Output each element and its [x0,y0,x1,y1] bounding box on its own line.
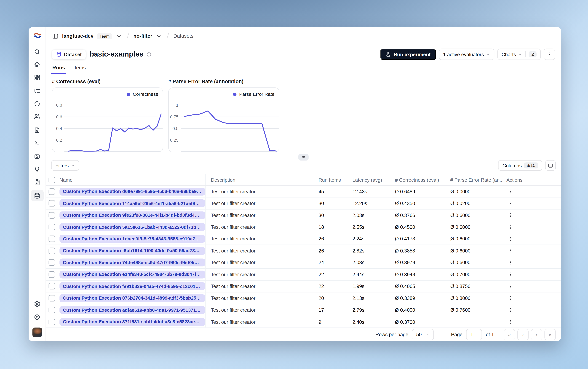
sidebar-item-evaluation[interactable] [31,152,44,161]
rows-per-page-label: Rows per page [375,332,408,337]
home-icon [34,61,40,68]
row-checkbox[interactable] [49,224,55,230]
dashboard-icon [34,74,40,81]
top-bar: langfuse-dev Team no-filter Datasets [46,27,561,45]
sidebar-item-playground[interactable] [31,138,44,148]
cell-latency: 2.82s [352,248,364,254]
row-actions-button[interactable] [506,187,515,196]
page-number-input[interactable] [466,329,482,340]
filters-button[interactable]: Filters [51,160,79,171]
cell-correctness: Ø 0.4500 [395,224,415,230]
row-checkbox[interactable] [49,271,55,278]
row-checkbox[interactable] [49,188,55,195]
sidebar-item-users[interactable] [31,112,44,121]
run-name-link[interactable]: Custom Python Execution 371f531c-abff-4d… [59,318,205,326]
sidebar-item-settings[interactable] [31,299,44,308]
sidebar-item-search[interactable] [31,47,44,57]
row-actions-button[interactable] [506,235,515,243]
settings-icon [34,300,40,307]
run-name-link[interactable]: Custom Python Execution fe91b83e-04a5-47… [59,282,205,290]
page-menu-button[interactable] [544,49,555,60]
run-name-link[interactable]: Custom Python Execution e14fa348-5cfc-49… [59,271,205,278]
cell-latency: 2.40s [352,319,364,325]
first-page-button[interactable]: « [504,329,515,340]
row-checkbox[interactable] [49,307,55,313]
run-name-link[interactable]: Custom Python Execution 5a15a616-1bab-44… [59,223,205,231]
chevron-down-icon[interactable] [156,33,162,39]
sidebar-item-dashboard[interactable] [31,72,44,82]
sidebar-item-datasets[interactable] [31,190,44,201]
run-name-link[interactable]: Custom Python Execution 1daec0f9-5e78-43… [59,235,205,243]
run-name-link[interactable]: Custom Python Execution f6bb1614-1f90-40… [59,247,205,255]
sidebar-item-prompts[interactable] [31,125,44,135]
row-checkbox[interactable] [49,283,55,289]
breadcrumb-org[interactable]: langfuse-dev [62,33,94,39]
row-checkbox[interactable] [49,318,55,325]
panel-toggle-icon[interactable] [52,33,59,39]
tab-items[interactable]: Items [73,65,86,74]
sidebar-item-support[interactable] [31,312,44,322]
previous-page-button[interactable]: ‹ [517,329,529,340]
row-actions-button[interactable] [506,199,515,208]
row-actions-button[interactable] [506,306,515,314]
page-header: Dataset basic-examples Run experiment 1 … [52,48,555,60]
run-name-link[interactable]: Custom Python Execution 9fe23f98-881e-44… [59,211,205,219]
row-actions-button[interactable] [506,318,515,326]
legend-dot [233,92,236,96]
sidebar-item-tracing[interactable] [31,86,44,96]
sidebar-group [31,86,44,121]
svg-text:1: 1 [176,103,178,108]
tab-runs[interactable]: Runs [52,65,65,74]
breadcrumb-project[interactable]: no-filter [133,33,152,39]
row-actions-button[interactable] [506,282,515,290]
sessions-icon [34,101,40,107]
row-checkbox[interactable] [49,200,55,207]
row-checkbox[interactable] [49,248,55,254]
sidebar-item-home[interactable] [31,60,44,69]
resize-grip-handle[interactable] [298,154,309,160]
row-checkbox[interactable] [49,295,55,301]
run-experiment-button[interactable]: Run experiment [381,49,436,60]
run-name-link[interactable]: Custom Python Execution 74de488e-ec9d-47… [59,259,205,266]
langfuse-logo-icon[interactable] [33,31,42,40]
rows-per-page-select[interactable]: 50 [412,329,434,340]
columns-button[interactable]: Columns 8/15 [498,160,542,171]
desktop: langfuse-dev Team no-filter Datasets Dat… [0,0,588,369]
breadcrumb-section[interactable]: Datasets [173,33,193,39]
row-height-button[interactable] [545,160,556,171]
run-name-link[interactable]: Custom Python Execution d66e7991-8595-45… [59,188,205,195]
sidebar-item-annotation[interactable] [31,177,44,187]
row-actions-button[interactable] [506,223,515,231]
chevron-down-icon[interactable] [116,33,122,39]
svg-text:0.25: 0.25 [170,138,178,143]
last-page-button[interactable]: » [544,329,556,340]
cell-run_items: 26 [318,236,324,242]
chevron-down-icon [518,52,522,56]
sidebar-item-sessions[interactable] [31,99,44,109]
row-checkbox[interactable] [49,259,55,266]
info-icon[interactable] [146,52,151,57]
cell-parse_error_rate: Ø 0.8000 [450,295,470,301]
section-divider [46,157,561,157]
row-actions-button[interactable] [506,270,515,278]
run-name-link[interactable]: Custom Python Execution 114aa9ef-29e6-4e… [59,199,205,207]
button-divider [525,51,526,57]
sidebar-rail [29,27,46,341]
chart-title: # Parse Error Rate (annotation) [168,79,279,84]
row-actions-button[interactable] [506,258,515,267]
active-evaluators-button[interactable]: 1 active evaluators [439,49,494,60]
sidebar-item-insights[interactable] [31,164,44,174]
row-actions-button[interactable] [506,211,515,219]
row-actions-button[interactable] [506,247,515,255]
run-name-link[interactable]: Custom Python Execution 076b2704-341d-48… [59,294,205,302]
cell-correctness: Ø 0.3858 [395,248,415,254]
run-name-link[interactable]: Custom Python Execution adfae619-abb0-4d… [59,306,205,314]
row-actions-button[interactable] [506,294,515,302]
user-avatar[interactable] [32,328,42,337]
cell-parse_error_rate: Ø 0.6000 [450,260,470,265]
select-all-checkbox[interactable] [49,176,55,183]
row-checkbox[interactable] [49,212,55,218]
next-page-button[interactable]: › [531,329,542,340]
row-checkbox[interactable] [49,236,55,242]
charts-toggle-button[interactable]: Charts 2 [497,49,541,60]
